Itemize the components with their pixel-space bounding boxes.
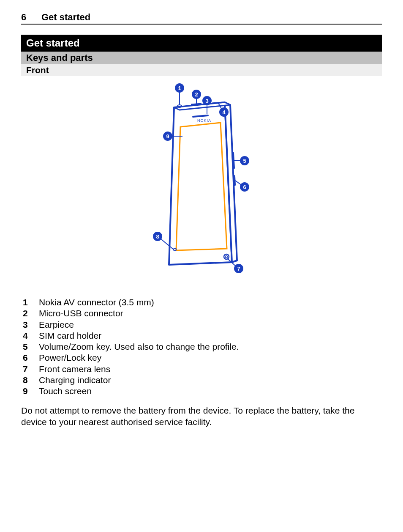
legend-item: Nokia AV connector (3.5 mm) [23,297,382,308]
legend-item: Micro-USB connector [23,308,382,319]
svg-line-12 [234,176,234,185]
phone-diagram: NOKIA 1 [21,76,382,293]
phone-body: NOKIA [169,102,237,265]
phone-brand-text: NOKIA [197,118,211,123]
legend-item: Volume/Zoom key. Used also to change the… [23,341,382,352]
svg-line-11 [233,153,234,168]
legend-item: Front camera lens [23,364,382,375]
callout-6: 6 [243,184,246,190]
legend-item: SIM card holder [23,330,382,341]
warning-note: Do not attempt to remove the battery fro… [21,405,382,428]
running-title: Get started [41,12,90,23]
callout-9: 9 [166,133,169,140]
parts-legend: Nokia AV connector (3.5 mm) Micro-USB co… [21,297,382,397]
callout-3: 3 [205,98,208,104]
legend-item: Charging indicator [23,375,382,386]
svg-line-10 [212,102,223,103]
page-number: 6 [21,12,41,23]
legend-item: Touch screen [23,386,382,397]
callout-5: 5 [243,158,246,164]
callout-8: 8 [156,233,159,240]
callout-7: 7 [237,266,240,272]
callout-4: 4 [222,109,226,115]
page-header: 6 Get started [21,12,382,25]
callout-1: 1 [178,85,181,91]
callout-2: 2 [195,91,198,98]
phone-front-illustration: NOKIA 1 [134,81,269,284]
subsection-heading: Keys and parts [21,52,382,64]
legend-item: Earpiece [23,319,382,330]
view-heading: Front [21,64,382,76]
legend-item: Power/Lock key [23,352,382,363]
section-heading: Get started [21,35,382,52]
